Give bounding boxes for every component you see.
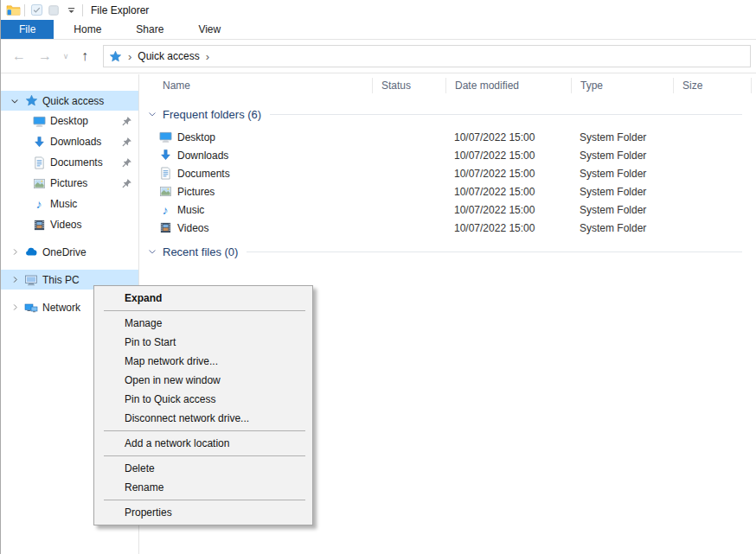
sidebar-item-downloads[interactable]: Downloads bbox=[1, 131, 138, 152]
file-type: System Folder bbox=[571, 186, 673, 198]
forward-button[interactable]: → bbox=[32, 49, 58, 63]
pin-icon[interactable] bbox=[121, 116, 132, 127]
up-arrow-icon: ↑ bbox=[81, 49, 88, 63]
forward-arrow-icon: → bbox=[38, 49, 52, 63]
documents-icon bbox=[158, 167, 172, 181]
chevron-right-icon[interactable] bbox=[8, 273, 22, 287]
column-header-spacer bbox=[751, 78, 756, 93]
menu-item-rename[interactable]: Rename bbox=[94, 478, 312, 497]
recent-locations-dropdown[interactable]: ∨ bbox=[58, 52, 74, 60]
sidebar-item-quick-access[interactable]: Quick access bbox=[1, 91, 138, 111]
up-button[interactable]: ↑ bbox=[74, 49, 96, 63]
column-header-name[interactable]: Name bbox=[139, 78, 372, 93]
sidebar-item-label: This PC bbox=[42, 274, 80, 286]
tab-share[interactable]: Share bbox=[121, 20, 178, 39]
downloads-icon bbox=[32, 135, 46, 149]
file-date-modified: 10/07/2022 15:00 bbox=[445, 150, 571, 162]
pin-icon[interactable] bbox=[121, 178, 132, 189]
column-header-date-modified[interactable]: Date modified bbox=[445, 78, 571, 93]
back-button[interactable]: ← bbox=[6, 49, 32, 63]
file-type: System Folder bbox=[571, 222, 673, 234]
qat-properties-icon[interactable] bbox=[28, 3, 45, 18]
qat-new-folder-icon[interactable] bbox=[45, 3, 62, 18]
breadcrumb-quick-access[interactable]: Quick access bbox=[138, 50, 199, 62]
file-date-modified: 10/07/2022 15:00 bbox=[445, 186, 571, 198]
menu-item-map-network-drive[interactable]: Map network drive... bbox=[94, 352, 312, 371]
file-date-modified: 10/07/2022 15:00 bbox=[445, 204, 571, 216]
sidebar-item-label: Quick access bbox=[42, 95, 104, 107]
menu-item-open-in-new-window[interactable]: Open in new window bbox=[94, 371, 312, 390]
address-bar[interactable]: › Quick access › bbox=[103, 45, 751, 67]
window-title: File Explorer bbox=[91, 4, 149, 16]
column-header-type[interactable]: Type bbox=[571, 78, 673, 93]
sidebar-item-label: Videos bbox=[50, 219, 81, 231]
onedrive-cloud-icon bbox=[24, 245, 38, 259]
quick-access-star-icon bbox=[109, 50, 122, 63]
file-row-desktop[interactable]: Desktop 10/07/2022 15:00 System Folder bbox=[139, 128, 756, 146]
breadcrumb-chevron-icon[interactable]: › bbox=[200, 50, 215, 63]
file-explorer-window: File Explorer File Home Share View ← → ∨… bbox=[0, 0, 756, 554]
column-header-size[interactable]: Size bbox=[673, 78, 751, 93]
tab-view[interactable]: View bbox=[183, 20, 235, 39]
explorer-logo-icon bbox=[4, 3, 22, 18]
group-header-rule bbox=[270, 114, 742, 115]
group-header-label: Recent files (0) bbox=[163, 245, 238, 258]
pictures-icon bbox=[32, 176, 46, 190]
chevron-down-icon[interactable] bbox=[8, 94, 22, 108]
menu-item-delete[interactable]: Delete bbox=[94, 459, 312, 478]
sidebar-item-music[interactable]: ♪ Music bbox=[1, 194, 138, 214]
file-type: System Folder bbox=[571, 204, 673, 216]
sidebar-item-pictures[interactable]: Pictures bbox=[1, 173, 138, 194]
desktop-icon bbox=[32, 114, 46, 128]
group-header-rule bbox=[247, 252, 742, 252]
file-name: Pictures bbox=[177, 186, 215, 198]
chevron-down-icon[interactable] bbox=[147, 245, 159, 258]
tab-home[interactable]: Home bbox=[59, 20, 116, 39]
back-arrow-icon: ← bbox=[12, 49, 26, 63]
menu-item-pin-to-start[interactable]: Pin to Start bbox=[94, 333, 312, 352]
sidebar-item-videos[interactable]: Videos bbox=[1, 214, 138, 235]
file-row-videos[interactable]: Videos 10/07/2022 15:00 System Folder bbox=[139, 219, 756, 237]
group-header-frequent-folders[interactable]: Frequent folders (6) bbox=[139, 105, 756, 124]
column-header-status[interactable]: Status bbox=[372, 78, 445, 93]
titlebar: File Explorer bbox=[1, 0, 756, 20]
file-name: Videos bbox=[177, 222, 208, 234]
file-row-pictures[interactable]: Pictures 10/07/2022 15:00 System Folder bbox=[139, 182, 756, 201]
file-row-downloads[interactable]: Downloads 10/07/2022 15:00 System Folder bbox=[139, 146, 756, 164]
menu-item-expand[interactable]: Expand bbox=[94, 289, 312, 308]
file-row-documents[interactable]: Documents 10/07/2022 15:00 System Folder bbox=[139, 164, 756, 182]
group-header-recent-files[interactable]: Recent files (0) bbox=[139, 242, 756, 261]
tab-file[interactable]: File bbox=[1, 20, 54, 39]
quick-access-star-icon bbox=[24, 94, 38, 108]
menu-separator bbox=[104, 310, 305, 311]
sidebar-item-desktop[interactable]: Desktop bbox=[1, 111, 138, 131]
chevron-right-icon[interactable] bbox=[8, 301, 22, 315]
chevron-down-icon: ∨ bbox=[63, 52, 69, 60]
chevron-right-icon[interactable] bbox=[8, 245, 22, 259]
sidebar-item-label: Pictures bbox=[50, 177, 87, 189]
pictures-icon bbox=[158, 185, 172, 199]
menu-item-disconnect-network-drive[interactable]: Disconnect network drive... bbox=[94, 409, 312, 428]
navigation-bar: ← → ∨ ↑ › Quick access › bbox=[1, 40, 756, 73]
file-row-music[interactable]: ♪ Music 10/07/2022 15:00 System Folder bbox=[139, 201, 756, 219]
menu-item-pin-to-quick-access[interactable]: Pin to Quick access bbox=[94, 390, 312, 409]
sidebar-item-onedrive[interactable]: OneDrive bbox=[1, 242, 138, 262]
menu-item-add-network-location[interactable]: Add a network location bbox=[94, 434, 312, 453]
file-name: Downloads bbox=[177, 150, 228, 162]
pin-icon[interactable] bbox=[121, 157, 132, 169]
menu-item-manage[interactable]: Manage bbox=[94, 314, 312, 333]
downloads-icon bbox=[158, 149, 172, 162]
chevron-down-icon[interactable] bbox=[147, 108, 159, 120]
frequent-folders-list: Desktop 10/07/2022 15:00 System Folder D… bbox=[139, 128, 756, 237]
sidebar-item-label: Music bbox=[50, 198, 77, 210]
menu-item-properties[interactable]: Properties bbox=[94, 503, 312, 522]
sidebar-item-label: Documents bbox=[50, 156, 103, 169]
titlebar-separator bbox=[82, 4, 83, 16]
file-type: System Folder bbox=[571, 150, 673, 162]
group-header-label: Frequent folders (6) bbox=[163, 108, 261, 121]
pin-icon[interactable] bbox=[121, 137, 132, 148]
sidebar-item-documents[interactable]: Documents bbox=[1, 152, 138, 173]
file-type: System Folder bbox=[571, 168, 673, 180]
qat-customize-dropdown-icon[interactable] bbox=[62, 3, 80, 18]
sidebar-item-label: Network bbox=[42, 302, 80, 314]
